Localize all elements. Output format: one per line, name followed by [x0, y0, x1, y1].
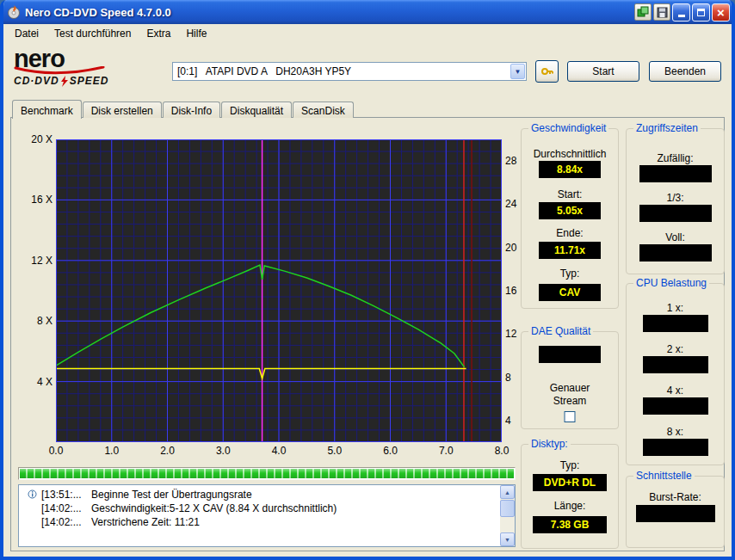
- average-label: Durchschnittlich: [530, 148, 609, 160]
- x-axis-tick: 1.0: [104, 445, 119, 457]
- one-third-access-value: [639, 205, 712, 222]
- log-timestamp: [14:02:...: [41, 516, 91, 528]
- group-caption: Schnittstelle: [633, 470, 695, 482]
- tab-strip: Benchmark Disk erstellen Disk-Info Diskq…: [12, 99, 355, 118]
- start-label: Start:: [522, 188, 618, 200]
- accurate-stream-label: Genauer: [522, 382, 618, 394]
- titlebar-save-button[interactable]: [653, 3, 670, 21]
- right-axis-tick: 12: [505, 328, 516, 340]
- tab-diskqualitaet[interactable]: Diskqualität: [221, 102, 292, 118]
- tab-benchmark[interactable]: Benchmark: [12, 100, 82, 119]
- start-button[interactable]: Start: [567, 61, 639, 82]
- left-axis-tick: 20 X: [31, 133, 52, 145]
- x-axis-tick: 6.0: [383, 445, 398, 457]
- group-caption: Disktyp:: [528, 438, 571, 450]
- left-axis-tick: 12 X: [31, 255, 52, 267]
- menu-hilfe[interactable]: Hilfe: [178, 25, 214, 42]
- menu-extra[interactable]: Extra: [139, 25, 178, 42]
- right-axis-tick: 24: [505, 198, 516, 210]
- log-timestamp: [14:02:...: [41, 502, 91, 514]
- maximize-button[interactable]: [692, 3, 710, 22]
- log-info-icon: [28, 489, 41, 500]
- disc-length-value: 7.38 GB: [533, 516, 607, 533]
- scrollbar-thumb[interactable]: [500, 500, 515, 517]
- title-bar: Nero CD-DVD Speed 4.7.0.0 ×: [0, 0, 735, 24]
- lightning-icon: [60, 76, 69, 87]
- group-zugriffszeiten: Zugriffszeiten Zufällig: 1/3: Voll:: [626, 128, 725, 274]
- disc-length-label: Länge:: [522, 500, 618, 512]
- left-axis-tick: 4 X: [37, 376, 52, 388]
- right-axis-tick: 16: [505, 285, 516, 297]
- dae-quality-value: [539, 346, 601, 363]
- progress-fill: [20, 469, 514, 478]
- x-axis-tick: 7.0: [439, 445, 454, 457]
- end-speed-value: 11.71x: [539, 242, 601, 259]
- group-disktyp: Disktyp: Typ: DVD+R DL Länge: 7.38 GB: [521, 444, 619, 549]
- drive-select-value: [0:1] ATAPI DVD A DH20A3H YP5Y: [177, 65, 510, 77]
- cpu-8x-label: 8 x:: [627, 426, 724, 438]
- nero-logo: nero CD·DVD SPEED: [14, 48, 143, 87]
- x-axis-tick: 0.0: [49, 445, 64, 457]
- log-message: Verstrichene Zeit: 11:21: [91, 516, 200, 528]
- full-access-value: [639, 244, 712, 262]
- floppy-icon: [657, 7, 668, 18]
- logo-speed-text: SPEED: [70, 75, 109, 87]
- group-caption: Zugriffszeiten: [633, 122, 701, 134]
- titlebar-discs-button[interactable]: [634, 3, 652, 21]
- tab-disk-erstellen[interactable]: Disk erstellen: [83, 102, 162, 118]
- options-key-button[interactable]: [535, 60, 559, 83]
- beenden-button[interactable]: Beenden: [649, 61, 721, 82]
- x-axis-tick: 5.0: [327, 445, 342, 457]
- tab-disk-info[interactable]: Disk-Info: [163, 102, 220, 118]
- chevron-down-icon[interactable]: ▼: [510, 64, 525, 79]
- menu-datei[interactable]: Datei: [7, 25, 46, 42]
- cpu-4x-value: [643, 397, 708, 415]
- accurate-stream-checkbox[interactable]: [565, 411, 576, 422]
- group-caption: DAE Qualität: [528, 325, 593, 337]
- left-axis-tick: 8 X: [37, 315, 52, 327]
- group-geschwindigkeit: Geschwindigkeit Durchschnittlich 8.84x S…: [521, 128, 619, 309]
- right-axis-tick: 8: [505, 372, 511, 384]
- benchmark-chart: [56, 139, 502, 442]
- x-axis-tick: 3.0: [216, 445, 231, 457]
- average-speed-value: 8.84x: [539, 161, 601, 178]
- accurate-stream-label: Stream: [522, 395, 618, 407]
- cpu-2x-value: [643, 356, 708, 373]
- random-access-value: [639, 165, 712, 182]
- full-access-label: Voll:: [627, 231, 724, 243]
- app-icon: [7, 5, 21, 19]
- x-axis-tick: 2.0: [160, 445, 175, 457]
- close-button[interactable]: ×: [712, 3, 730, 22]
- burst-rate-value: [636, 505, 715, 522]
- one-third-access-label: 1/3:: [627, 192, 724, 204]
- log-row: [14:02:... Geschwindigkeit:5-12 X CAV (8…: [19, 502, 499, 515]
- scroll-down-button[interactable]: ▼: [500, 532, 515, 546]
- x-axis-tick: 4.0: [272, 445, 287, 457]
- group-dae-qualitaet: DAE Qualität Genauer Stream: [521, 331, 619, 429]
- menu-test-durchfuehren[interactable]: Test durchführen: [46, 25, 139, 42]
- minimize-button[interactable]: [672, 3, 690, 22]
- progress-bar: [18, 467, 516, 480]
- log-icon-spacer: [28, 517, 41, 527]
- end-label: Ende:: [522, 227, 618, 239]
- group-schnittstelle: Schnittstelle Burst-Rate:: [626, 476, 725, 548]
- type-label: Typ:: [522, 268, 618, 280]
- log-timestamp: [13:51:...: [41, 489, 91, 501]
- close-icon: ×: [717, 6, 725, 19]
- log-row: [14:02:... Verstrichene Zeit: 11:21: [19, 515, 499, 529]
- discs-icon: [637, 6, 649, 18]
- right-axis-tick: 20: [505, 242, 516, 254]
- tab-scandisk[interactable]: ScanDisk: [293, 102, 354, 118]
- disc-type-value: DVD+R DL: [533, 474, 607, 491]
- right-axis-tick: 28: [505, 155, 516, 167]
- drive-select[interactable]: [0:1] ATAPI DVD A DH20A3H YP5Y ▼: [172, 62, 527, 81]
- window-title: Nero CD-DVD Speed 4.7.0.0: [25, 6, 634, 19]
- maximize-icon: [697, 9, 705, 16]
- app-window: Nero CD-DVD Speed 4.7.0.0 × Datei: [0, 0, 735, 560]
- random-access-label: Zufällig:: [627, 152, 724, 164]
- toolbar: nero CD·DVD SPEED [0:1] ATAPI DVD A DH20…: [3, 43, 732, 98]
- key-icon: [540, 65, 554, 78]
- x-axis-tick: 8.0: [495, 445, 510, 457]
- scroll-up-button[interactable]: ▲: [500, 485, 515, 499]
- log-scrollbar[interactable]: ▲ ▼: [500, 485, 515, 546]
